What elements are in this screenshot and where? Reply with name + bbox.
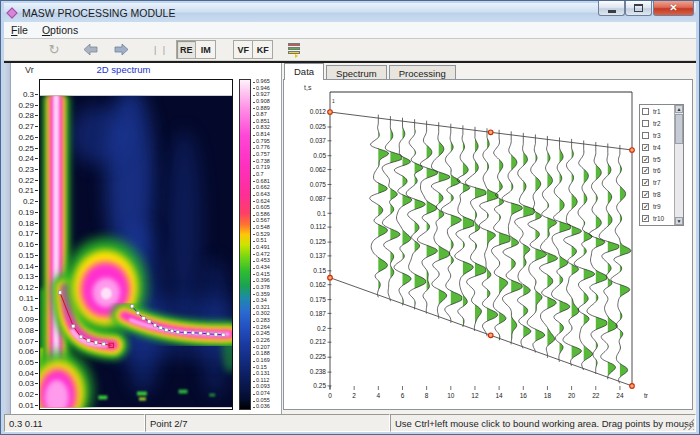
tab-processing[interactable]: Processing: [389, 65, 456, 80]
trace-checkbox[interactable]: [642, 108, 649, 115]
y-tick-label: 0.05: [11, 359, 38, 366]
y-tick-label: 0.24: [11, 155, 38, 162]
back-arrow-icon[interactable]: [84, 44, 98, 55]
layers-icon[interactable]: [288, 43, 302, 56]
y-tick-label: 0.06: [11, 348, 38, 355]
colorbar-tick-label: 0.908: [253, 99, 281, 105]
status-point: Point 2/7: [145, 414, 390, 432]
y-tick-label: 0.29: [11, 102, 38, 109]
colorbar-tick-label: 0.036: [253, 404, 281, 410]
colorbar-tick-label: 0.643: [253, 192, 281, 198]
seismogram-plot[interactable]: 10.0120.0250.0370.050.0620.0750.0870.10.…: [294, 86, 650, 406]
im-button[interactable]: IM: [196, 41, 215, 58]
title-bar[interactable]: MASW PROCESSING MODULE: [4, 3, 696, 22]
y-tick-label: 0.07: [11, 338, 38, 345]
scroll-down-icon[interactable]: ▼: [675, 217, 683, 225]
svg-text:4: 4: [377, 392, 381, 399]
y-tick-label: 0.1: [11, 305, 38, 312]
svg-text:12: 12: [471, 392, 479, 399]
close-button[interactable]: ✕: [653, 1, 694, 16]
app-icon: [6, 7, 17, 18]
legend-scrollbar[interactable]: ▲ ▼: [674, 105, 683, 225]
tab-data[interactable]: Data: [284, 63, 324, 80]
list-item: ✓tr4: [642, 143, 673, 152]
svg-text:0.175: 0.175: [310, 296, 327, 303]
svg-text:1: 1: [332, 98, 335, 104]
trace-checkbox[interactable]: ✓: [642, 167, 649, 174]
list-item: ✓tr8: [642, 190, 673, 199]
maximize-button[interactable]: [625, 1, 652, 16]
svg-text:0.162: 0.162: [310, 281, 327, 288]
trace-checkbox[interactable]: ✓: [642, 179, 649, 186]
menu-file[interactable]: File: [4, 22, 35, 38]
trace-label: tr10: [653, 215, 664, 222]
y-tick-label: 0.08: [11, 327, 38, 334]
svg-text:0.212: 0.212: [310, 338, 327, 345]
svg-text:16: 16: [520, 392, 528, 399]
svg-text:0.187: 0.187: [310, 310, 327, 317]
scroll-up-icon[interactable]: ▲: [675, 105, 683, 113]
trace-checkbox[interactable]: ✓: [642, 191, 649, 198]
trace-checkbox[interactable]: ✓: [642, 156, 649, 163]
window-title: MASW PROCESSING MODULE: [22, 7, 175, 19]
y-tick-label: 0.26: [11, 134, 38, 141]
svg-text:24: 24: [616, 392, 624, 399]
svg-text:0.062: 0.062: [310, 166, 327, 173]
svg-text:0.125: 0.125: [310, 238, 327, 245]
trace-checkbox[interactable]: ✓: [642, 144, 649, 151]
forward-arrow-icon[interactable]: [114, 44, 128, 55]
svg-text:0.037: 0.037: [310, 137, 327, 144]
trace-checkbox[interactable]: [642, 132, 649, 139]
list-item: ✓tr7: [642, 178, 673, 187]
y-tick-label: 0.17: [11, 230, 38, 237]
re-button[interactable]: RE: [177, 41, 196, 58]
colorbar-tick-label: 0.965: [253, 79, 281, 85]
data-panel: Data Spectrum Processing t,s 10.0120.025…: [282, 63, 696, 414]
trace-checkbox[interactable]: ✓: [642, 203, 649, 210]
colorbar-tick-label: 0.169: [253, 358, 281, 364]
trace-checkbox[interactable]: ✓: [642, 215, 649, 222]
trace-checkbox[interactable]: [642, 120, 649, 127]
trace-label: tr9: [653, 203, 661, 210]
trace-label: tr6: [653, 167, 661, 174]
colorbar-tick-label: 0.662: [253, 185, 281, 191]
panel-splitter[interactable]: [4, 63, 11, 414]
svg-text:0.137: 0.137: [310, 252, 327, 259]
y-tick-label: 0.3: [11, 91, 38, 98]
refresh-icon[interactable]: ↻: [46, 42, 62, 57]
y-tick-label: 0.03: [11, 380, 38, 387]
colorbar-tick-label: 0.283: [253, 318, 281, 324]
spectrum-plot[interactable]: [39, 79, 233, 410]
y-tick-label: 0.09: [11, 316, 38, 323]
colorbar-tick-label: 0.074: [253, 391, 281, 397]
colorbar-tick-label: 0.34: [253, 298, 281, 304]
spectrum-panel: Vr 2D spectrum 0.30.290.280.270.260.250.…: [11, 63, 282, 414]
kf-button[interactable]: KF: [253, 41, 272, 58]
y-tick-label: 0.21: [11, 187, 38, 194]
y-tick-label: 0.27: [11, 123, 38, 130]
scrollbar-thumb[interactable]: [675, 114, 683, 144]
colorbar-tick-label: 0.757: [253, 152, 281, 158]
svg-text:0.238: 0.238: [310, 368, 327, 375]
y-tick-label: 0.19: [11, 209, 38, 216]
y-tick-label: 0.16: [11, 241, 38, 248]
dispersion-picks[interactable]: [40, 94, 232, 409]
tab-spectrum[interactable]: Spectrum: [326, 65, 387, 80]
colorbar: [239, 79, 251, 410]
y-tick-label: 0.11: [11, 295, 38, 302]
y-tick-label: 0.2: [11, 198, 38, 205]
svg-text:0.225: 0.225: [310, 353, 327, 360]
svg-text:0.025: 0.025: [310, 123, 327, 130]
trace-label: tr1: [653, 108, 661, 115]
colorbar-tick-label: 0.548: [253, 225, 281, 231]
svg-text:tr: tr: [644, 392, 649, 399]
spectrum-title: 2D spectrum: [11, 64, 236, 75]
svg-text:0.075: 0.075: [310, 181, 327, 188]
svg-text:10: 10: [447, 392, 455, 399]
trace-label: tr5: [653, 156, 661, 163]
vf-button[interactable]: VF: [234, 41, 253, 58]
minimize-button[interactable]: [598, 1, 625, 16]
status-hint: Use Ctrl+left mouse click to bound worki…: [390, 414, 696, 432]
colorbar-tick-label: 0.719: [253, 165, 281, 171]
menu-options[interactable]: Options: [35, 22, 85, 38]
